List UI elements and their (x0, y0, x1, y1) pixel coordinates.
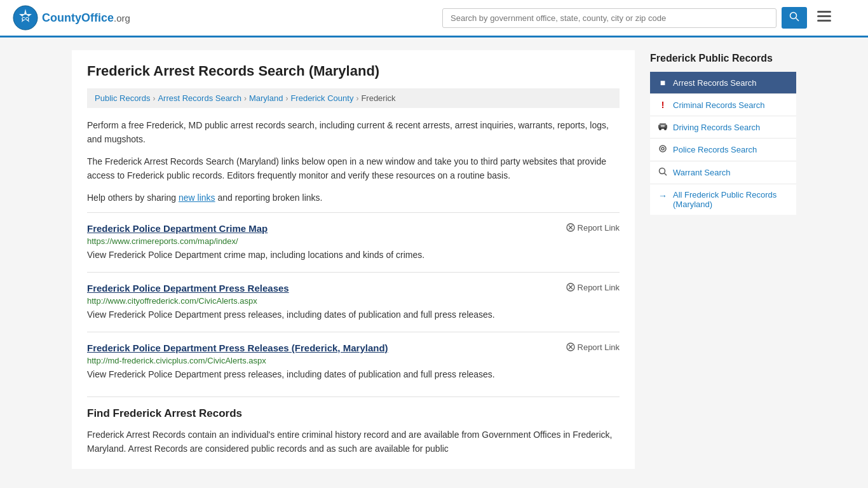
svg-rect-8 (817, 20, 831, 22)
sidebar-title: Frederick Public Records (650, 50, 796, 67)
sidebar: Frederick Public Records ■ Arrest Record… (650, 50, 796, 469)
sidebar-item-police-records[interactable]: Police Records Search (650, 139, 796, 161)
description-3: Help others by sharing new links and rep… (87, 191, 620, 205)
svg-line-26 (665, 173, 667, 176)
link-url-1: http://www.cityoffrederick.com/CivicAler… (87, 296, 620, 306)
report-link-button-0[interactable]: Report Link (566, 223, 620, 233)
logo-icon: CO (13, 5, 38, 30)
svg-point-25 (660, 168, 665, 174)
page-title: Frederick Arrest Records Search (Marylan… (87, 63, 620, 79)
link-desc-2: View Frederick Police Department press r… (87, 368, 620, 381)
description-3-suffix: and reporting broken links. (215, 193, 323, 203)
sidebar-item-label-3: Police Records Search (673, 145, 757, 154)
link-item-header-2: Frederick Police Department Press Releas… (87, 342, 620, 353)
find-section: Find Frederick Arrest Records Frederick … (87, 396, 620, 456)
report-link-button-2[interactable]: Report Link (566, 342, 620, 352)
breadcrumb-link-public-records[interactable]: Public Records (95, 93, 150, 103)
sidebar-item-warrant-search[interactable]: Warrant Search (650, 161, 796, 184)
link-item-1: Frederick Police Department Press Releas… (87, 272, 620, 332)
link-url-2: http://md-frederick.civicplus.com/CivicA… (87, 356, 620, 365)
header: CO CountyOffice.org (0, 0, 868, 37)
content-area: Frederick Arrest Records Search (Marylan… (72, 50, 635, 469)
sidebar-all-records-link[interactable]: → All Frederick Public Records (Maryland… (650, 184, 796, 215)
sidebar-all-label: All Frederick Public Records (Maryland) (673, 190, 789, 209)
svg-point-24 (661, 147, 664, 150)
link-desc-1: View Frederick Police Department press r… (87, 308, 620, 322)
search-button[interactable] (782, 7, 807, 29)
link-item-2: Frederick Police Department Press Releas… (87, 332, 620, 391)
svg-rect-22 (661, 125, 665, 127)
breadcrumb: Public Records › Arrest Records Search ›… (87, 88, 620, 108)
breadcrumb-sep-4: › (356, 94, 358, 103)
hamburger-icon (817, 11, 831, 22)
link-title-2[interactable]: Frederick Police Department Press Releas… (87, 342, 388, 353)
logo-area[interactable]: CO CountyOffice.org (13, 5, 130, 30)
criminal-records-icon: ! (658, 100, 668, 110)
breadcrumb-sep-2: › (244, 94, 247, 103)
breadcrumb-sep-1: › (153, 94, 155, 103)
sidebar-item-arrest-records[interactable]: ■ Arrest Records Search (650, 72, 796, 94)
link-url-0: https://www.crimereports.com/map/index/ (87, 236, 620, 246)
main-layout: Frederick Arrest Records Search (Marylan… (59, 37, 809, 482)
sidebar-item-label-2: Driving Records Search (673, 123, 760, 132)
description-3-prefix: Help others by sharing (87, 193, 179, 203)
breadcrumb-link-maryland[interactable]: Maryland (249, 93, 283, 103)
logo-text: CountyOffice.org (42, 11, 130, 25)
driving-records-icon (658, 122, 668, 132)
svg-line-5 (796, 18, 799, 22)
svg-point-21 (664, 128, 667, 130)
sidebar-item-label-0: Arrest Records Search (673, 78, 757, 88)
search-input[interactable] (442, 8, 776, 28)
sidebar-item-criminal-records[interactable]: ! Criminal Records Search (650, 94, 796, 116)
link-desc-0: View Frederick Police Department crime m… (87, 248, 620, 262)
description-1: Perform a free Frederick, MD public arre… (87, 118, 620, 147)
breadcrumb-sep-3: › (285, 94, 288, 103)
link-item-header-1: Frederick Police Department Press Releas… (87, 283, 620, 294)
warrant-search-icon (658, 167, 668, 178)
svg-text:CO: CO (22, 16, 29, 22)
find-section-text: Frederick Arrest Records contain an indi… (87, 428, 620, 456)
sidebar-item-label-4: Warrant Search (673, 168, 731, 177)
new-links-link[interactable]: new links (179, 193, 215, 203)
report-icon-2 (566, 342, 575, 351)
link-title-1[interactable]: Frederick Police Department Press Releas… (87, 283, 289, 294)
sidebar-item-label-1: Criminal Records Search (673, 100, 765, 110)
breadcrumb-link-frederick-county[interactable]: Frederick County (290, 93, 353, 103)
link-item-header-0: Frederick Police Department Crime Map Re… (87, 223, 620, 234)
svg-point-23 (660, 146, 666, 152)
svg-point-20 (659, 128, 661, 130)
breadcrumb-current: Frederick (361, 93, 395, 103)
svg-rect-7 (817, 15, 831, 17)
svg-rect-6 (817, 11, 831, 13)
report-icon-1 (566, 283, 575, 292)
search-area (442, 7, 836, 29)
menu-button[interactable] (812, 7, 836, 29)
sidebar-item-driving-records[interactable]: Driving Records Search (650, 116, 796, 139)
arrow-right-icon: → (658, 191, 668, 201)
find-section-title: Find Frederick Arrest Records (87, 407, 620, 420)
link-item-0: Frederick Police Department Crime Map Re… (87, 212, 620, 272)
report-link-button-1[interactable]: Report Link (566, 283, 620, 292)
svg-point-4 (790, 13, 797, 19)
report-icon-0 (566, 223, 575, 232)
arrest-records-icon: ■ (658, 78, 668, 88)
search-icon (789, 11, 799, 22)
police-records-icon (658, 144, 668, 155)
link-title-0[interactable]: Frederick Police Department Crime Map (87, 223, 268, 234)
description-2: The Frederick Arrest Records Search (Mar… (87, 154, 620, 183)
breadcrumb-link-arrest-records[interactable]: Arrest Records Search (158, 93, 241, 103)
